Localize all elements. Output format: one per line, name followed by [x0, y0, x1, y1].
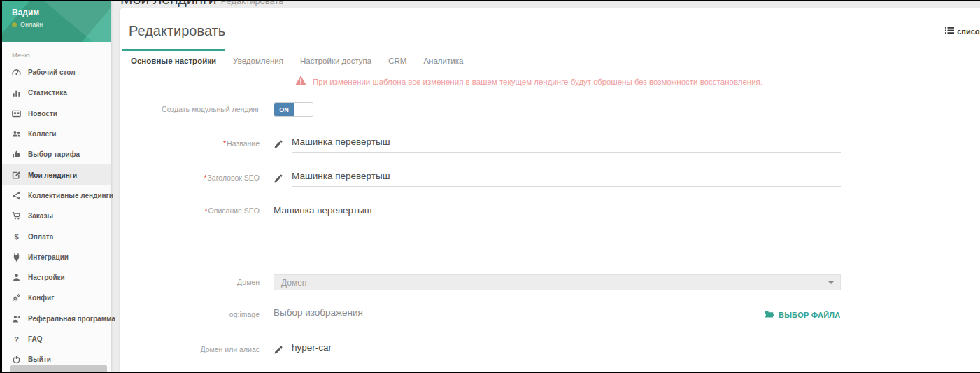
- field-row-domain: Домен Домен: [120, 274, 980, 290]
- plug-icon: [11, 253, 22, 262]
- list-icon: [945, 27, 954, 36]
- sidebar: Вадим Онлайн Меню Рабочий столСтатистика…: [2, 1, 111, 372]
- tab-notifications[interactable]: Уведомления: [225, 50, 292, 74]
- field-row-modular: Создать модульный лендинг ON: [120, 102, 980, 117]
- tab-analytics[interactable]: Аналитика: [415, 50, 471, 74]
- sidebar-item-orders[interactable]: Заказы: [2, 206, 111, 226]
- field-row-seo-title: *Заголовок SEO: [120, 170, 980, 187]
- sidebar-item-label: Рабочий стол: [28, 69, 76, 76]
- user-status-label: Онлайн: [20, 21, 43, 28]
- online-status-dot-icon: [12, 22, 17, 27]
- page-title: Мои лендинги: [120, 1, 216, 7]
- domain-select[interactable]: Домен: [274, 274, 841, 290]
- sidebar-item-label: Оплата: [28, 233, 53, 241]
- card-header: Редактировать список: [120, 8, 980, 50]
- landings-icon: [11, 171, 22, 180]
- sidebar-item-label: Конфиг: [28, 294, 54, 302]
- sidebar-item-referral[interactable]: Реферальная программа: [2, 309, 111, 329]
- pencil-icon: [274, 346, 283, 355]
- sidebar-item-label: Выбор тарифа: [28, 150, 80, 158]
- sidebar-item-label: Настройки: [28, 274, 65, 281]
- sidebar-item-news[interactable]: Новости: [2, 104, 111, 124]
- sidebar-item-config[interactable]: Конфиг: [2, 288, 111, 308]
- toggle-handle: [294, 103, 313, 116]
- sidebar-item-label: Реферальная программа: [28, 315, 115, 323]
- colleagues-icon: [11, 129, 22, 139]
- warning-triangle-icon: [295, 76, 306, 88]
- og-image-label: og:image: [120, 310, 274, 320]
- field-row-seo-description: *Описание SEO Машинка перевертыш: [120, 205, 980, 255]
- choose-file-label: ВЫБОР ФАЙЛА: [779, 311, 840, 319]
- name-input[interactable]: [292, 136, 841, 153]
- user-status: Онлайн: [12, 21, 43, 28]
- sidebar-footer-block: [10, 365, 107, 372]
- og-image-input[interactable]: [274, 307, 746, 323]
- pencil-icon: [274, 140, 283, 149]
- sidebar-item-label: Интеграции: [28, 253, 69, 261]
- seo-title-input[interactable]: [292, 170, 841, 187]
- main-area: Мои лендингиРедактировать Редактировать …: [111, 1, 980, 372]
- seo-title-label: *Заголовок SEO: [120, 174, 274, 183]
- sidebar-item-dashboard[interactable]: Рабочий стол: [2, 62, 111, 83]
- sidebar-item-label: Коллеги: [28, 130, 56, 138]
- sidebar-item-tariff[interactable]: Выбор тарифа: [2, 144, 111, 164]
- tab-access-settings[interactable]: Настройки доступа: [292, 50, 380, 74]
- news-icon: [11, 109, 22, 118]
- sidebar-item-my-landings[interactable]: Мои лендинги: [2, 164, 111, 185]
- sidebar-item-label: Новости: [28, 110, 57, 118]
- user-icon: [11, 273, 22, 282]
- user-panel: Вадим Онлайн: [2, 1, 111, 42]
- tariff-icon: [11, 150, 22, 159]
- field-row-name: *Название: [120, 136, 980, 153]
- question-icon: ?: [11, 335, 22, 344]
- domain-label: Домен: [120, 278, 274, 288]
- sidebar-item-label: Выйти: [28, 356, 51, 363]
- warning-text: При изменении шаблона все изменения в ва…: [313, 78, 762, 86]
- sidebar-item-colleagues[interactable]: Коллеги: [2, 124, 111, 144]
- toggle-on-label: ON: [274, 103, 294, 116]
- tab-bar: Основные настройкиУведомленияНастройки д…: [120, 50, 980, 74]
- page-title-clipped: Мои лендингиРедактировать: [111, 1, 980, 8]
- list-button[interactable]: список: [945, 27, 980, 36]
- seo-description-label: *Описание SEO: [120, 205, 274, 216]
- edit-card: Редактировать список Основные настройкиУ…: [120, 8, 980, 372]
- sidebar-item-stats[interactable]: Статистика: [2, 83, 111, 103]
- share-icon: [11, 191, 22, 200]
- sidebar-item-label: Заказы: [28, 212, 53, 220]
- sidebar-menu: Рабочий столСтатистикаНовостиКоллегиВыбо…: [2, 62, 111, 370]
- user-plus-icon: [11, 314, 22, 323]
- tab-crm[interactable]: CRM: [380, 50, 415, 74]
- sidebar-item-payment[interactable]: $Оплата: [2, 226, 111, 246]
- domain-select-value: Домен: [281, 278, 307, 288]
- card-title: Редактировать: [129, 23, 980, 39]
- breadcrumb: Редактировать: [220, 1, 283, 6]
- sidebar-item-label: Коллективные лендинги: [28, 192, 113, 199]
- sidebar-item-settings[interactable]: Настройки: [2, 267, 111, 288]
- alias-label: Домен или алиас: [120, 345, 274, 355]
- dollar-icon: $: [11, 232, 22, 241]
- sidebar-item-label: FAQ: [28, 335, 43, 343]
- name-label: *Название: [120, 139, 274, 149]
- choose-file-button[interactable]: ВЫБОР ФАЙЛА: [765, 310, 840, 320]
- sidebar-item-collective-landings[interactable]: Коллективные лендинги: [2, 185, 111, 206]
- warning-banner: При изменении шаблона все изменения в ва…: [295, 76, 980, 88]
- sidebar-item-label: Мои лендинги: [28, 171, 77, 179]
- folder-icon: [765, 310, 774, 320]
- user-name: Вадим: [12, 8, 39, 17]
- seo-description-textarea[interactable]: Машинка перевертыш: [274, 205, 841, 255]
- menu-section-label: Меню: [2, 42, 111, 62]
- cogs-icon: [11, 293, 22, 302]
- alias-input[interactable]: [292, 342, 841, 358]
- modular-toggle-switch[interactable]: ON: [274, 102, 313, 117]
- dashboard-icon: [11, 68, 22, 77]
- list-button-label: список: [957, 27, 980, 36]
- app-window: Вадим Онлайн Меню Рабочий столСтатистика…: [2, 1, 980, 372]
- field-row-alias: Домен или алиас: [120, 342, 980, 358]
- power-icon: [11, 355, 22, 364]
- field-row-og-image: og:image ВЫБОР ФАЙЛА: [120, 307, 980, 323]
- stats-icon: [11, 88, 22, 97]
- sidebar-item-faq[interactable]: ?FAQ: [2, 329, 111, 349]
- tab-main-settings[interactable]: Основные настройки: [122, 50, 225, 74]
- sidebar-item-integrations[interactable]: Интеграции: [2, 247, 111, 267]
- modular-toggle-label: Создать модульный лендинг: [120, 105, 274, 115]
